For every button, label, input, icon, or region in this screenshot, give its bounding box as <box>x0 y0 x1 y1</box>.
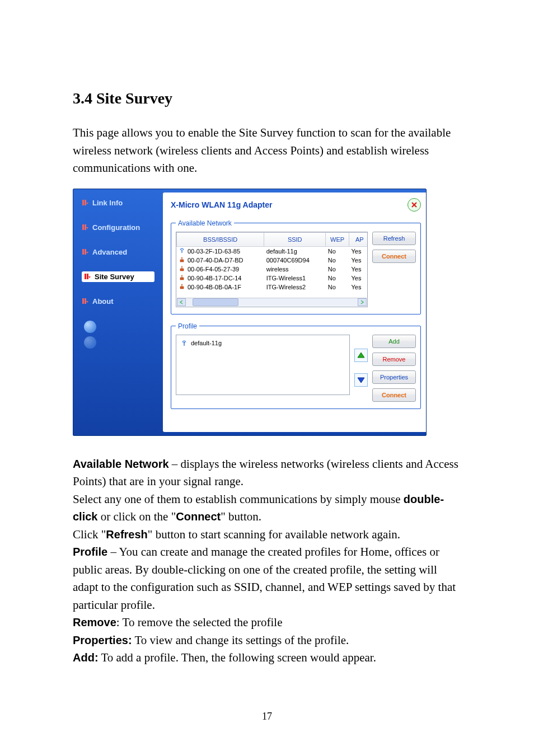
col-ssid[interactable]: SSID <box>264 232 326 246</box>
cell-ap: Yes <box>349 256 368 265</box>
cell-ssid: 000740C69D94 <box>264 256 326 265</box>
svg-point-16 <box>181 275 182 276</box>
available-network-legend: Available Network <box>176 219 234 227</box>
col-wep[interactable]: WEP <box>326 232 349 246</box>
sidebar-item-label: Advanced <box>92 248 127 256</box>
profile-list[interactable]: default-11g <box>176 335 350 395</box>
svg-point-19 <box>184 341 185 342</box>
svg-rect-5 <box>85 249 86 255</box>
cell-wep: No <box>326 283 349 292</box>
sidebar-item-label: Site Survey <box>95 273 134 281</box>
add-button[interactable]: Add <box>372 335 416 348</box>
scroll-thumb[interactable] <box>193 298 238 306</box>
section-title: 3.4 Site Survey <box>73 90 461 107</box>
svg-rect-7 <box>87 274 88 279</box>
svg-rect-8 <box>82 298 84 304</box>
arrow-icon <box>84 273 91 280</box>
cell-bssid: 00-07-40-DA-D7-BD <box>185 256 264 265</box>
antenna-icon <box>181 340 188 348</box>
svg-rect-11 <box>180 260 184 262</box>
svg-point-12 <box>181 257 182 258</box>
cell-bssid: 00-06-F4-05-27-39 <box>185 265 264 274</box>
sidebar-item-configuration[interactable]: Configuration <box>82 222 154 233</box>
svg-rect-6 <box>85 274 86 279</box>
profile-connect-button[interactable]: Connect <box>372 388 416 402</box>
bold-refresh: Refresh <box>106 528 147 541</box>
close-icon <box>410 201 418 209</box>
intro-paragraph: This page allows you to enable the Site … <box>73 124 461 177</box>
sidebar-item-about[interactable]: About <box>82 296 154 307</box>
sidebar-item-site-survey[interactable]: Site Survey <box>82 271 154 282</box>
cell-bssid: 00-03-2F-1D-63-85 <box>185 246 264 256</box>
col-ap[interactable]: AP <box>349 232 368 246</box>
arrow-icon <box>82 224 88 231</box>
bold-available-network: Available Network <box>73 458 169 470</box>
panel-title: X-Micro WLAN 11g Adapter <box>171 200 273 209</box>
arrow-up-icon <box>357 351 366 360</box>
svg-rect-17 <box>180 287 184 289</box>
arrow-icon <box>82 298 88 304</box>
col-bssid[interactable]: BSS/IBSSID <box>177 232 264 246</box>
cell-wep: No <box>326 265 349 274</box>
profile-legend: Profile <box>176 322 199 330</box>
cell-wep: No <box>326 274 349 283</box>
remove-button[interactable]: Remove <box>372 353 416 366</box>
app-window: Link Info Configuration Advanced Site Su… <box>73 189 427 436</box>
bold-remove: Remove <box>73 616 116 628</box>
svg-rect-3 <box>85 224 86 230</box>
cell-ap: Yes <box>349 265 368 274</box>
svg-rect-2 <box>82 224 84 230</box>
arrow-icon <box>82 199 88 206</box>
move-down-button[interactable] <box>354 373 368 387</box>
svg-point-14 <box>181 266 182 267</box>
cell-ssid: ITG-Wireless2 <box>264 283 326 292</box>
svg-rect-13 <box>180 269 184 271</box>
svg-rect-15 <box>180 278 184 280</box>
available-network-list[interactable]: BSS/IBSSID SSID WEP AP Ch 00-03-2F-1D-63… <box>176 232 368 307</box>
arrow-down-icon <box>357 375 366 384</box>
bold-properties: Properties: <box>73 634 132 646</box>
table-row[interactable]: 00-90-4B-17-DC-14ITG-Wireless1NoYes <box>177 274 368 283</box>
antenna-icon <box>177 246 185 256</box>
svg-point-18 <box>181 284 182 285</box>
svg-rect-4 <box>82 249 84 255</box>
table-row[interactable]: 00-06-F4-05-27-39wirelessNoYes <box>177 265 368 274</box>
bold-profile: Profile <box>73 546 107 558</box>
scroll-left-icon[interactable] <box>177 298 186 306</box>
properties-button[interactable]: Properties <box>372 370 416 384</box>
move-up-button[interactable] <box>354 349 368 362</box>
cell-wep: No <box>326 256 349 265</box>
profile-group: Profile default-11g <box>171 322 421 409</box>
close-button[interactable] <box>407 198 421 212</box>
cell-ap: Yes <box>349 246 368 256</box>
bold-connect: Connect <box>176 510 221 523</box>
table-header-row: BSS/IBSSID SSID WEP AP Ch <box>177 232 368 246</box>
svg-rect-0 <box>82 200 84 205</box>
bold-add: Add: <box>73 651 99 664</box>
cell-wep: No <box>326 246 349 256</box>
page-number: 17 <box>0 711 534 722</box>
svg-rect-9 <box>85 298 86 304</box>
svg-point-10 <box>181 250 182 251</box>
panel: X-Micro WLAN 11g Adapter Available Netwo… <box>163 192 427 432</box>
sidebar-decoration <box>84 321 154 349</box>
connect-button[interactable]: Connect <box>372 250 416 263</box>
cell-ap: Yes <box>349 283 368 292</box>
cell-ssid: wireless <box>264 265 326 274</box>
sidebar: Link Info Configuration Advanced Site Su… <box>73 189 163 435</box>
refresh-button[interactable]: Refresh <box>372 232 416 245</box>
horizontal-scrollbar[interactable] <box>177 298 367 306</box>
table-row[interactable]: 00-03-2F-1D-63-85default-11gNoYes <box>177 246 368 256</box>
scroll-right-icon[interactable] <box>358 298 367 306</box>
table-row[interactable]: 00-90-4B-0B-0A-1FITG-Wireless2NoYes <box>177 283 368 292</box>
svg-rect-1 <box>85 200 86 205</box>
cell-bssid: 00-90-4B-0B-0A-1F <box>185 283 264 292</box>
table-row[interactable]: 00-07-40-DA-D7-BD000740C69D94NoYes <box>177 256 368 265</box>
sidebar-item-link-info[interactable]: Link Info <box>82 198 154 208</box>
profile-item-label: default-11g <box>191 340 222 346</box>
node-icon <box>177 256 185 265</box>
node-icon <box>177 274 185 283</box>
description-text: Available Network – displays the wireles… <box>73 456 461 667</box>
sidebar-item-advanced[interactable]: Advanced <box>82 247 154 257</box>
cell-ap: Yes <box>349 274 368 283</box>
